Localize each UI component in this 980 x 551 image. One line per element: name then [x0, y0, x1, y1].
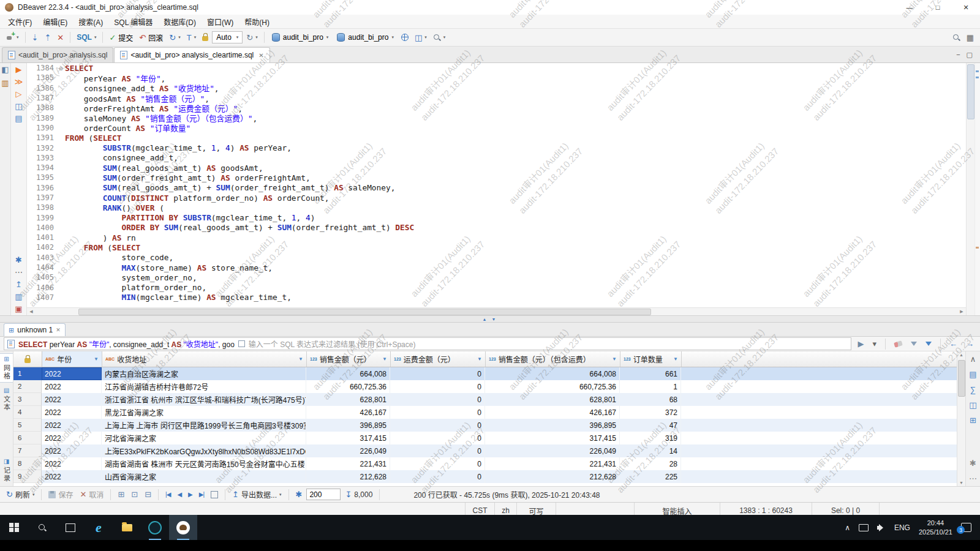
code-text[interactable]: store_code,	[65, 253, 966, 262]
grid-vscrollbar[interactable]: ▲ ▼	[957, 351, 965, 486]
grid-corner[interactable]	[13, 351, 42, 367]
row-number[interactable]: 3	[13, 393, 42, 406]
cell[interactable]: 226,049	[485, 444, 620, 457]
status-writable[interactable]: 可写	[516, 503, 556, 515]
cell[interactable]: 221,431	[485, 457, 620, 470]
cell[interactable]: 江苏省尚湖镇吉桥村许巷郎72号	[102, 380, 306, 393]
table-row[interactable]: 92022山西省海澜之家212,6280212,628225	[13, 470, 957, 483]
code-text[interactable]: FROM (SELECT	[65, 243, 966, 252]
hscroll-thumb[interactable]	[78, 309, 651, 315]
add-row-icon[interactable]: ⊞	[115, 489, 127, 500]
history-forward-icon[interactable]: →	[963, 339, 976, 349]
code-text[interactable]: SELECT	[65, 64, 966, 73]
cell[interactable]: 湖南省湖南省 株洲市 天元区黄河南路150号金谷财富中心五楼	[102, 457, 306, 470]
cell[interactable]: 426,167	[485, 406, 620, 419]
explain-plan-icon[interactable]: ◫	[15, 102, 22, 110]
taskbar-ie-button[interactable]: e	[85, 515, 113, 540]
lock-icon[interactable]	[200, 32, 211, 42]
cell[interactable]: 372	[620, 406, 681, 419]
presentation-tab-grid[interactable]: ⊞ 网格	[0, 353, 13, 383]
table-row[interactable]: 62022河北省海澜之家317,4150317,415319	[13, 432, 957, 444]
cell[interactable]: 660,725.36	[485, 380, 620, 393]
menu-item-7[interactable]: 帮助(H)	[239, 15, 275, 28]
save-button[interactable]: 保存	[46, 488, 75, 501]
cell[interactable]: 河北省海澜之家	[102, 432, 306, 444]
filter-caret-icon[interactable]: ▼	[298, 356, 303, 362]
first-page-icon[interactable]: |◀	[163, 490, 173, 499]
minimize-button[interactable]: —	[895, 0, 924, 15]
column-header-1[interactable]: ABC年份▼	[42, 351, 102, 367]
editor-tab-analysis-cleartime[interactable]: <audit_bi_pro> analysis_cleartime.sql ✕	[114, 47, 270, 62]
status-language[interactable]: zh	[494, 503, 516, 515]
perspective-icon[interactable]: ▦	[964, 32, 976, 43]
display-icon[interactable]	[859, 524, 869, 531]
close-button[interactable]: ✕	[952, 0, 980, 15]
minimize-editor-icon[interactable]: −	[956, 51, 960, 58]
filter-caret-icon[interactable]: ▼	[477, 356, 482, 362]
cell[interactable]: 山西省海澜之家	[102, 470, 306, 483]
row-number[interactable]: 2	[13, 380, 42, 393]
code-text[interactable]: platform_order_no,	[65, 283, 966, 292]
row-number[interactable]: 5	[13, 419, 42, 432]
record-mode-toggle[interactable]: ◨ 记录	[0, 456, 13, 484]
column-header-3[interactable]: 123销售金额（元）▼	[307, 351, 391, 367]
code-text[interactable]: consignee_add_t,	[65, 153, 966, 162]
column-header-5[interactable]: 123销售金额（元）（包含运费）▼	[486, 351, 620, 367]
auto-refresh-button[interactable]: ↻▾	[244, 32, 260, 43]
code-text[interactable]: PARTITION BY SUBSTR(mgclear_time_t, 1, 4…	[65, 213, 966, 222]
cell[interactable]: 68	[620, 393, 681, 406]
cell[interactable]: 317,415	[485, 432, 620, 444]
globe-icon[interactable]	[399, 32, 411, 42]
cell[interactable]: 2022	[42, 444, 102, 457]
cell[interactable]: 660,725.36	[306, 380, 390, 393]
cancel-button[interactable]: ✕取消	[77, 488, 106, 501]
error-log-icon[interactable]: ▣	[15, 305, 22, 313]
transaction-mode-button[interactable]: T▾	[184, 32, 198, 43]
cell[interactable]: 664,008	[306, 367, 390, 380]
table-row[interactable]: 82022湖南省湖南省 株洲市 天元区黄河南路150号金谷财富中心五楼221,4…	[13, 457, 957, 470]
filter-caret-icon[interactable]: ▼	[673, 356, 678, 362]
new-connection-button[interactable]: ▾	[4, 32, 21, 42]
cell[interactable]: 661	[620, 367, 681, 380]
history-back-icon[interactable]: ←	[947, 339, 960, 349]
status-caret-position[interactable]: 1383 : 1 : 60243	[720, 503, 812, 515]
editor-tab-analysis[interactable]: <audit_bi_pro> analysis.sql	[2, 47, 113, 62]
volume-icon[interactable]	[877, 524, 886, 531]
cell[interactable]: 黑龙江省海澜之家	[102, 406, 306, 419]
new-sql-editor-button[interactable]: SQL▾	[74, 32, 99, 43]
upload-script-icon[interactable]: ⇡	[42, 32, 53, 43]
references-panel-icon[interactable]: ⊞	[967, 415, 979, 425]
cell[interactable]: 1	[620, 380, 681, 393]
cell[interactable]: 212,628	[485, 470, 620, 483]
cell[interactable]: 2022	[42, 380, 102, 393]
code-text[interactable]: system_order_no,	[65, 273, 966, 282]
taskbar-explorer-button[interactable]	[113, 515, 141, 540]
rollback-button[interactable]: ↶回滚	[137, 31, 165, 44]
code-text[interactable]: SUM(real_goods_amt_t) + SUM(order_freigh…	[65, 183, 966, 192]
notification-center-icon[interactable]: 3	[961, 523, 971, 532]
code-viewport[interactable]: 1384⊖SELECT1385 perYear AS "年份",1386 con…	[27, 63, 966, 315]
cell[interactable]: 0	[390, 380, 485, 393]
settings-icon[interactable]: ✱	[15, 256, 22, 264]
row-number[interactable]: 4	[13, 406, 42, 419]
export-data-button[interactable]: ↥导出数据...▾	[230, 488, 284, 501]
menu-item-5[interactable]: 数据库(D)	[158, 15, 202, 28]
cell[interactable]: 0	[390, 393, 485, 406]
status-timezone[interactable]: CST	[465, 503, 494, 515]
code-text[interactable]: orderCount AS "订单数量"	[65, 122, 966, 133]
cell[interactable]: 47	[620, 419, 681, 432]
row-number[interactable]: 1	[13, 367, 42, 380]
code-text[interactable]: SUM(order_freight_amt_t) AS orderFreight…	[65, 173, 966, 182]
filter-menu-caret[interactable]: ▾	[870, 339, 879, 349]
cell[interactable]: 396,895	[485, 419, 620, 432]
cell[interactable]: 上海E33xPklFK2bKoarGQgwJxXty8lhxN0bS08Wd83…	[102, 444, 306, 457]
cell[interactable]: 212,628	[306, 470, 390, 483]
execute-new-tab-icon[interactable]: ▷	[16, 90, 22, 98]
results-tab-unknown1[interactable]: ⊞ unknown 1 ✕	[4, 323, 66, 336]
column-header-4[interactable]: 123运费金额（元）▼	[391, 351, 486, 367]
table-row[interactable]: 52022上海上海 上海市 闵行区申昆路1999号长三角电商园3号楼309室39…	[13, 419, 957, 432]
editor-vscrollbar[interactable]	[966, 63, 974, 315]
fetch-size-button[interactable]: ↧8,000	[342, 489, 375, 500]
table-row[interactable]: 12022内蒙古自治区海澜之家664,0080664,008661	[13, 367, 957, 380]
cell[interactable]: 2022	[42, 432, 102, 444]
